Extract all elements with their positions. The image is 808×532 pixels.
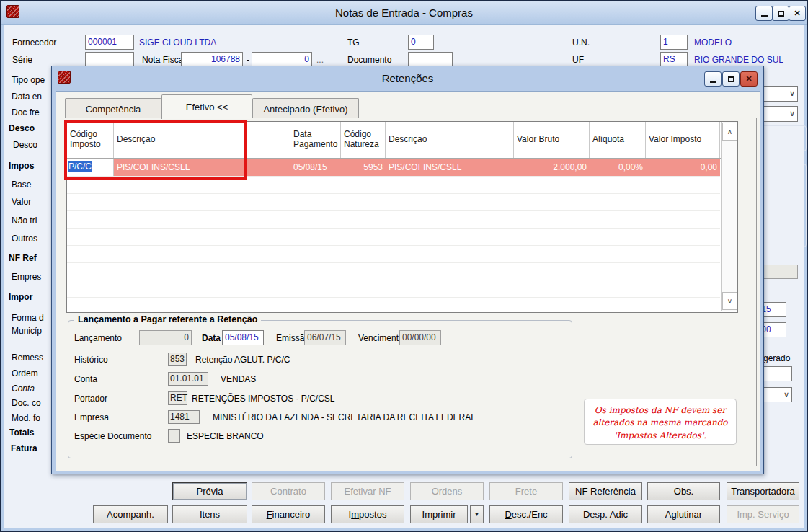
grid-column-header[interactable]: Data Pagamento	[290, 122, 341, 158]
serie-input[interactable]	[85, 52, 134, 67]
especie-code-input[interactable]	[168, 429, 180, 443]
portador-label: Portador	[74, 394, 107, 404]
main-titlebar[interactable]: Notas de Entrada - Compras ✕	[1, 1, 807, 25]
left-label-valor: Valor	[12, 197, 31, 207]
grid-selected-row[interactable]: P/C/CPIS/COFINS/CSLL05/08/155953PIS/COFI…	[67, 159, 720, 176]
conta-desc: VENDAS	[221, 374, 256, 384]
button-desp-adic[interactable]: Desp. Adic	[569, 505, 642, 523]
grid-row-divider	[67, 297, 720, 298]
nota-fiscal-label: Nota Fiscal	[142, 55, 185, 65]
portador-code-input[interactable]: RET	[168, 391, 187, 405]
conta-code-input[interactable]: 01.01.01	[168, 372, 208, 386]
button-previa[interactable]: Prévia	[172, 482, 247, 500]
minimize-icon	[761, 15, 768, 17]
left-label-municip: Municíp	[12, 326, 42, 336]
grid-column-header[interactable]: Código Natureza	[341, 122, 386, 158]
tab-competencia[interactable]: Competência	[65, 98, 161, 119]
un-input[interactable]: 1	[660, 35, 688, 50]
conta-label: Conta	[74, 374, 97, 384]
vencimento-label: Vencimento	[358, 333, 404, 343]
button-nf-referencia[interactable]: NF Referência	[569, 482, 642, 500]
grid-row-divider	[67, 193, 720, 194]
left-label-remess: Remess	[12, 353, 43, 363]
close-button[interactable]: ✕	[789, 6, 806, 21]
grid-cell: 05/08/15	[290, 159, 341, 176]
chevron-up-icon: ∧	[727, 128, 732, 136]
button-acompanh[interactable]: Acompanh.	[93, 505, 168, 523]
gerado-label-fragment: gerado	[763, 353, 790, 363]
button-itens[interactable]: Itens	[172, 505, 247, 523]
grid-column-header[interactable]: Descrição	[386, 122, 514, 158]
scroll-up-button[interactable]: ∧	[722, 123, 737, 141]
grid-cell-editor[interactable]: P/C/C	[67, 159, 114, 176]
grid-cell: 0,00	[646, 159, 720, 176]
left-label-totais: Totais	[9, 427, 34, 438]
dialog-titlebar[interactable]: Retenções ✕	[52, 66, 763, 90]
chevron-down-icon: ∨	[789, 109, 795, 118]
button-obs[interactable]: Obs.	[647, 482, 720, 500]
grid-column-header[interactable]: Descrição	[114, 122, 290, 158]
minimize-button[interactable]	[755, 6, 773, 21]
note-line: Os impostos da NF devem ser	[585, 404, 736, 417]
button-imp-servico[interactable]: Imp. Serviço	[727, 505, 799, 523]
grid-vertical-scrollbar[interactable]: ∧ ∨	[721, 122, 737, 311]
grid-column-header[interactable]: Alíquota	[590, 122, 646, 158]
documento-input[interactable]	[408, 52, 453, 67]
empresa-label: Empresa	[74, 412, 109, 422]
tab-antecipado-efetivo[interactable]: Antecipado (Efetivo)	[252, 98, 359, 119]
button-contrato[interactable]: Contrato	[252, 482, 325, 500]
retencoes-grid: ∧ ∨ Código ImpostoDescriçãoData Pagament…	[66, 121, 738, 313]
uf-label: UF	[572, 55, 584, 65]
button-financeiro[interactable]: Financeiro	[252, 505, 325, 523]
button-aglutinar[interactable]: Aglutinar	[647, 505, 720, 523]
left-label-doc-fre: Doc fre	[12, 107, 40, 118]
fornecedor-input[interactable]: 000001	[85, 35, 134, 50]
lancamento-label: Lançamento	[74, 333, 122, 343]
grid-column-header[interactable]: Código Imposto	[67, 122, 114, 158]
historico-label: Histórico	[74, 355, 108, 365]
historico-code-input[interactable]: 853	[168, 353, 187, 366]
fornecedor-name: SIGE CLOUD LTDA	[139, 37, 216, 48]
button-ordens[interactable]: Ordens	[410, 482, 484, 500]
dialog-maximize-button[interactable]	[722, 71, 740, 87]
historico-desc: Retenção AGLUT. P/C/C	[195, 355, 290, 365]
button-efetivar-nf[interactable]: Efetivar NF	[331, 482, 404, 500]
left-label-impor: Impor	[9, 292, 32, 302]
scroll-down-button[interactable]: ∨	[722, 292, 737, 310]
maximize-button[interactable]	[772, 6, 789, 21]
grid-column-header[interactable]: Valor Bruto	[514, 122, 590, 158]
dialog-minimize-button[interactable]	[704, 71, 722, 87]
nota-fiscal-separator: -	[247, 55, 249, 65]
dialog-close-button[interactable]: ✕	[740, 71, 758, 87]
left-label-nf-ref: NF Ref	[9, 253, 37, 263]
tg-input[interactable]: 0	[408, 35, 434, 50]
button-frete[interactable]: Frete	[489, 482, 563, 500]
data-input[interactable]: 05/08/15	[222, 330, 264, 345]
uf-input[interactable]: RS	[660, 52, 688, 67]
empresa-code-input[interactable]: 1481	[168, 410, 200, 424]
button-imprimir-dropdown[interactable]: ▼	[470, 505, 484, 523]
button-transportadora[interactable]: Transportadora	[727, 482, 799, 500]
left-label-doc-co: Doc. co	[12, 398, 41, 408]
nota-fiscal-input-2[interactable]: 0	[252, 52, 312, 67]
grid-row-divider	[67, 228, 720, 229]
left-label-desco: Desco	[13, 140, 37, 150]
grid-cell: PIS/COFINS/CSLL	[114, 159, 290, 176]
grid-row-divider	[67, 176, 720, 177]
grid-column-header[interactable]: Valor Imposto	[646, 122, 720, 158]
grid-cell: 2.000,00	[514, 159, 590, 176]
left-label-base: Base	[12, 179, 31, 190]
ellipsis-icon[interactable]: ...	[316, 55, 324, 65]
groupbox-fragment	[758, 164, 807, 247]
maximize-icon	[728, 76, 734, 82]
grid-cell: 0,00%	[590, 159, 646, 176]
serie-label: Série	[12, 55, 32, 65]
nota-fiscal-input[interactable]: 106788	[181, 52, 243, 67]
grid-cell: PIS/COFINS/CSLL	[386, 159, 514, 176]
dropdown-arrow-icon: ▼	[474, 511, 480, 518]
tab-efetivo[interactable]: Efetivo <<	[161, 94, 252, 119]
button-impostos[interactable]: Impostos	[331, 505, 404, 523]
left-label-tipo-ope: Tipo ope	[12, 75, 45, 85]
button-desc-enc[interactable]: Desc./Enc	[489, 505, 563, 523]
button-imprimir[interactable]: Imprimir	[410, 505, 468, 523]
